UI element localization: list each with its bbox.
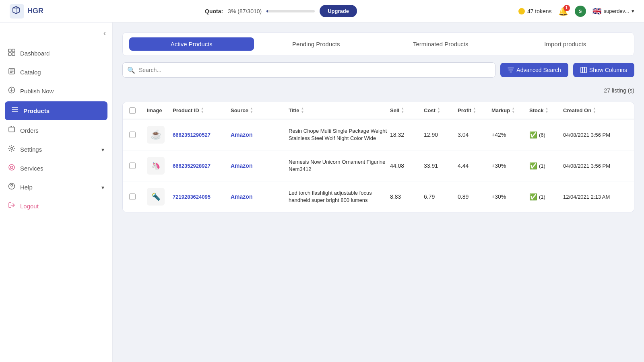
advanced-search-button[interactable]: Advanced Search (500, 63, 568, 77)
sell-3: 8.83 (390, 193, 422, 200)
sort-sell-icon: ▲▼ (401, 107, 404, 114)
services-icon (8, 164, 15, 173)
stock-1: ✅ (6) (529, 131, 561, 139)
svg-point-10 (10, 166, 13, 169)
created-2: 04/08/2021 3:56 PM (563, 163, 627, 169)
settings-icon (8, 145, 15, 154)
sort-cost-icon: ▲▼ (437, 107, 440, 114)
sort-stock-icon: ▲▼ (545, 107, 548, 114)
sidebar-item-settings[interactable]: Settings ▾ (0, 140, 112, 159)
col-created-on[interactable]: Created On ▲▼ (563, 107, 627, 114)
token-icon (518, 8, 525, 14)
svg-rect-1 (8, 49, 11, 52)
svg-rect-4 (12, 53, 15, 56)
table-row: ☕ 6662351290527 Amazon Resin Chope Multi… (123, 119, 634, 150)
flag-icon: 🇬🇧 (592, 7, 601, 16)
sell-2: 44.08 (390, 162, 422, 169)
tab-terminated-products[interactable]: Terminated Products (378, 37, 503, 51)
sidebar-item-catalog[interactable]: Catalog (0, 63, 112, 82)
product-id-2[interactable]: 6662352928927 (173, 163, 229, 169)
cost-3: 6.79 (424, 193, 456, 200)
orders-icon (8, 126, 15, 135)
sidebar-label-publish-now: Publish Now (20, 88, 54, 95)
svg-rect-14 (583, 67, 584, 73)
sort-profit-icon: ▲▼ (473, 107, 476, 114)
quota-fill (266, 10, 268, 12)
sidebar-label-catalog: Catalog (20, 69, 41, 76)
sidebar-item-publish-now[interactable]: Publish Now (0, 82, 112, 101)
source-2: Amazon (231, 162, 287, 169)
table-row: 🔦 7219283624095 Amazon Led torch flashli… (123, 181, 634, 212)
select-all-checkbox[interactable] (129, 107, 136, 114)
cost-2: 33.91 (424, 162, 456, 169)
quota-label: Quota: (205, 8, 223, 14)
top-header: HGR Quota: 3% (87/3010) Upgrade 47 token… (0, 0, 644, 23)
col-markup[interactable]: Markup ▲▼ (491, 107, 528, 114)
products-icon (11, 106, 19, 115)
title-2: Nemesis Now Unicorn Ornament Figurine Ne… (289, 158, 388, 173)
sort-product-id-icon: ▲▼ (201, 107, 204, 114)
col-checkbox (129, 107, 145, 114)
catalog-icon (8, 68, 15, 77)
upgrade-button[interactable]: Upgrade (320, 5, 357, 17)
stock-check-icon-3: ✅ (529, 193, 537, 201)
sidebar-item-orders[interactable]: Orders (0, 121, 112, 140)
dashboard-icon (8, 49, 15, 58)
col-source[interactable]: Source ▲▼ (231, 107, 287, 114)
product-id-3[interactable]: 7219283624095 (173, 194, 229, 200)
user-name: superdev... (604, 8, 629, 14)
publish-icon (8, 86, 15, 96)
logout-icon (8, 202, 15, 211)
row-select-1[interactable] (129, 132, 136, 138)
search-input[interactable] (122, 62, 495, 78)
toolbar: 🔍 Advanced Search Show Columns (122, 62, 634, 78)
tab-active-products[interactable]: Active Products (129, 37, 254, 51)
notifications-button[interactable]: 🔔 1 (558, 6, 568, 16)
svg-rect-3 (8, 53, 11, 56)
user-menu[interactable]: 🇬🇧 superdev... ▾ (592, 7, 634, 16)
sidebar-item-dashboard[interactable]: Dashboard (0, 44, 112, 63)
col-sell[interactable]: Sell ▲▼ (390, 107, 422, 114)
chevron-settings-icon: ▾ (101, 146, 104, 153)
tokens-count: 47 tokens (527, 8, 552, 14)
source-3: Amazon (231, 193, 287, 200)
svg-point-12 (11, 188, 12, 189)
sidebar: ‹ Dashboard Catalog Publish Now (0, 23, 113, 362)
table-row: 🦄 6662352928927 Amazon Nemesis Now Unico… (123, 150, 634, 181)
profit-1: 3.04 (458, 132, 490, 138)
sidebar-label-orders: Orders (20, 127, 39, 134)
sidebar-nav: Dashboard Catalog Publish Now Products (0, 41, 112, 362)
row-select-3[interactable] (129, 193, 136, 200)
help-icon (8, 183, 15, 192)
show-columns-button[interactable]: Show Columns (573, 63, 634, 77)
stock-2: ✅ (1) (529, 162, 561, 170)
title-1: Resin Chope Multi Single Package Weight … (289, 128, 388, 142)
sidebar-collapse-button[interactable]: ‹ (103, 29, 106, 37)
sort-title-icon: ▲▼ (301, 107, 304, 114)
col-profit[interactable]: Profit ▲▼ (458, 107, 490, 114)
row-select-2[interactable] (129, 162, 136, 169)
col-product-id[interactable]: Product ID ▲▼ (173, 107, 229, 114)
sidebar-item-help[interactable]: Help ▾ (0, 178, 112, 197)
tab-import-products[interactable]: Import products (503, 37, 628, 51)
markup-3: +30% (491, 193, 528, 200)
product-id-1[interactable]: 6662351290527 (173, 132, 229, 138)
app-body: ‹ Dashboard Catalog Publish Now (0, 23, 644, 362)
title-3: Led torch flashlight adjustable focus ha… (289, 189, 388, 204)
quota-section: Quota: 3% (87/3010) Upgrade (205, 5, 357, 17)
advanced-search-icon (508, 67, 514, 73)
svg-rect-7 (9, 127, 14, 132)
sidebar-item-services[interactable]: Services (0, 159, 112, 178)
sidebar-item-products[interactable]: Products (5, 101, 107, 120)
main-content: Active Products Pending Products Termina… (113, 23, 644, 362)
svg-rect-13 (581, 67, 582, 73)
col-title[interactable]: Title ▲▼ (289, 107, 388, 114)
col-cost[interactable]: Cost ▲▼ (424, 107, 456, 114)
col-stock[interactable]: Stock ▲▼ (529, 107, 561, 114)
row-checkbox-2 (129, 162, 145, 169)
sidebar-item-logout[interactable]: Logout (0, 197, 112, 216)
tab-pending-products[interactable]: Pending Products (254, 37, 379, 51)
svg-point-8 (11, 148, 13, 150)
quota-bar (266, 10, 315, 12)
sidebar-label-products: Products (23, 107, 50, 114)
